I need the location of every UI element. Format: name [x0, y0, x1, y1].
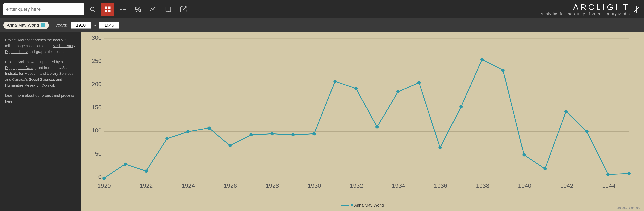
data-point-1939[interactable] — [501, 69, 505, 72]
data-point-1926[interactable] — [228, 144, 232, 147]
linechart-icon — [150, 5, 157, 13]
chart-legend: Anna May Wong — [341, 203, 384, 208]
data-point-1920[interactable] — [102, 177, 106, 180]
data-point-1931[interactable] — [333, 80, 337, 83]
svg-text:100: 100 — [92, 127, 102, 134]
svg-text:1940: 1940 — [518, 183, 532, 189]
query-label: Anna May Wong — [7, 22, 39, 28]
svg-rect-1 — [108, 6, 110, 9]
search-icon — [89, 5, 96, 13]
data-point-1938[interactable] — [480, 58, 484, 61]
export-tool-button[interactable] — [177, 2, 190, 16]
sidebar: Project Arclight searches the nearly 2 m… — [0, 32, 81, 211]
legend-line-dash — [341, 205, 349, 206]
data-point-1921[interactable] — [124, 163, 127, 166]
svg-line-9 — [183, 6, 186, 9]
sidebar-para2: Project Arclight was supported by a Digg… — [5, 59, 76, 88]
data-point-1942[interactable] — [564, 110, 568, 113]
footer-url: projectarclight.org — [616, 206, 641, 210]
digging-link[interactable]: Digging into Data — [5, 66, 34, 70]
svg-text:1926: 1926 — [224, 183, 237, 189]
grid-tool-button[interactable] — [101, 2, 114, 16]
svg-text:0: 0 — [98, 174, 102, 180]
logo-text: ARCLIGHT Analytics for the Study of 20th… — [541, 2, 630, 16]
data-point-1935[interactable] — [417, 81, 421, 84]
data-point-1933[interactable] — [376, 125, 379, 129]
svg-point-6 — [123, 9, 124, 10]
year-start-input[interactable] — [71, 22, 91, 28]
svg-text:1920: 1920 — [98, 183, 111, 189]
data-point-1934[interactable] — [396, 90, 400, 93]
linechart-tool-button[interactable] — [146, 2, 160, 16]
scatter-icon — [119, 5, 126, 13]
percent-tool-button[interactable]: % — [131, 2, 145, 16]
social-sciences-link[interactable]: Social Sciences and Humanities Research … — [5, 77, 62, 87]
svg-rect-2 — [105, 10, 107, 12]
svg-text:50: 50 — [95, 150, 102, 157]
legend-label: Anna May Wong — [354, 203, 384, 208]
logo-star-icon: ✳ — [633, 4, 641, 15]
grid-icon — [104, 5, 112, 13]
year-end-input[interactable] — [99, 22, 119, 28]
data-point-1941[interactable] — [543, 167, 547, 171]
svg-text:1928: 1928 — [266, 183, 279, 189]
search-tool-button[interactable] — [86, 2, 99, 16]
logo-area: ARCLIGHT Analytics for the Study of 20th… — [541, 2, 641, 16]
data-point-1944[interactable] — [606, 173, 610, 176]
query-tag[interactable]: Anna May Wong — [3, 21, 49, 29]
sidebar-para3: Learn more about our project and process… — [5, 92, 76, 104]
search-wrapper[interactable] — [3, 3, 84, 15]
svg-point-5 — [122, 9, 122, 10]
svg-text:1938: 1938 — [476, 183, 489, 189]
svg-text:1930: 1930 — [308, 183, 321, 189]
book-tool-button[interactable] — [162, 2, 175, 16]
svg-text:1934: 1934 — [392, 183, 405, 189]
data-point-1925[interactable] — [208, 126, 211, 130]
query-color-indicator — [41, 23, 46, 27]
svg-rect-0 — [105, 6, 107, 9]
svg-text:1944: 1944 — [602, 183, 616, 189]
data-point-1924[interactable] — [186, 130, 190, 133]
svg-rect-3 — [108, 10, 110, 12]
data-point-1932[interactable] — [354, 87, 358, 90]
data-point-1923[interactable] — [166, 137, 169, 140]
sidebar-para1: Project Arclight searches the nearly 2 m… — [5, 37, 76, 55]
toolbar: % ARCLIGHT Analytics for the Study of 20… — [0, 0, 644, 18]
svg-text:150: 150 — [92, 104, 102, 110]
years-label: years: — [56, 22, 68, 28]
logo-subtitle: Analytics for the Study of 20th Century … — [541, 12, 630, 16]
svg-text:300: 300 — [92, 35, 102, 41]
legend-dot — [350, 204, 353, 207]
legend-line-item: Anna May Wong — [341, 203, 384, 208]
main-content: Project Arclight searches the nearly 2 m… — [0, 32, 644, 211]
percent-icon: % — [134, 5, 141, 13]
svg-text:1924: 1924 — [182, 183, 195, 189]
svg-point-8 — [125, 9, 126, 10]
data-point-1943[interactable] — [585, 130, 589, 133]
here-link[interactable]: here — [5, 99, 12, 103]
institute-link[interactable]: Institute for Museum and Library Service… — [5, 71, 73, 76]
chart-container: 0 50 100 150 200 250 300 1920 1922 1924 … — [91, 35, 637, 198]
data-point-1928[interactable] — [270, 132, 274, 135]
scatter-tool-button[interactable] — [116, 2, 130, 16]
media-history-link[interactable]: Media History Digital Library — [5, 44, 75, 54]
data-point-1940[interactable] — [522, 153, 526, 157]
svg-point-4 — [120, 9, 121, 10]
data-point-1930[interactable] — [312, 132, 316, 135]
search-input[interactable] — [6, 6, 82, 12]
anna-may-wong-line — [104, 59, 629, 178]
book-icon — [164, 5, 172, 13]
data-point-1937[interactable] — [460, 105, 463, 108]
svg-text:1942: 1942 — [560, 183, 573, 189]
data-point-1929[interactable] — [292, 133, 295, 136]
data-point-1927[interactable] — [250, 133, 253, 136]
svg-text:1922: 1922 — [140, 183, 153, 189]
export-icon — [180, 5, 187, 13]
svg-point-7 — [124, 9, 125, 10]
data-point-1936[interactable] — [438, 146, 442, 149]
years-dash: - — [94, 22, 96, 28]
svg-text:1932: 1932 — [350, 183, 363, 189]
data-point-1945[interactable] — [627, 172, 631, 175]
svg-text:1936: 1936 — [434, 183, 447, 189]
data-point-1922[interactable] — [144, 170, 148, 173]
